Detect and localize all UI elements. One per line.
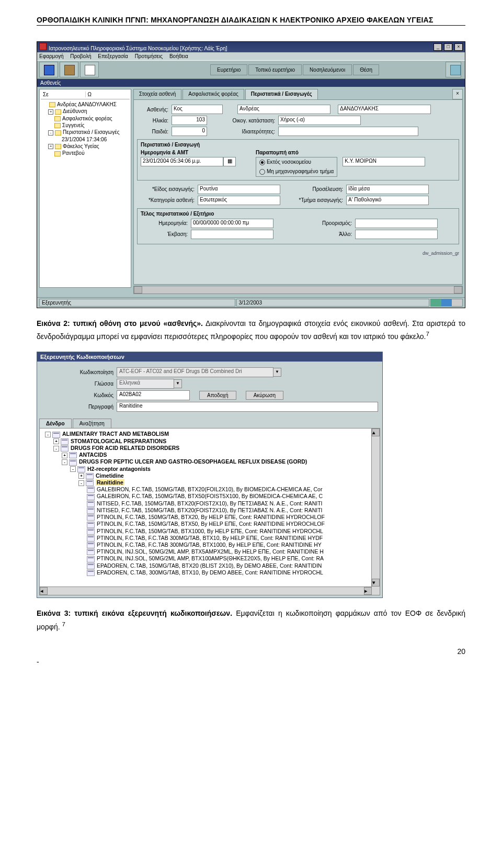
tab-incidents[interactable]: Περιστατικά / Εισαγωγές xyxy=(245,89,318,99)
input-other[interactable] xyxy=(355,230,438,239)
coding-tree-node[interactable]: +STOMATOLOGICAL PREPARATIONS xyxy=(42,438,369,445)
input-language[interactable]: Ελληνικά xyxy=(117,379,174,389)
date-picker-button[interactable]: ▦ xyxy=(223,157,236,166)
group-discharge: Τέλος περιστατικού / Εξιτήριο Ημερομηνία… xyxy=(137,208,459,244)
dropdown-language[interactable]: ▼ xyxy=(174,379,182,388)
cancel-button[interactable]: Ακύρωση xyxy=(246,391,283,400)
radio-outside[interactable]: Εκτός νοσοκομείου xyxy=(259,159,334,165)
toolbar-tab-3[interactable]: Νοσηλευόμενοι xyxy=(303,64,352,75)
input-age[interactable]: 103 xyxy=(172,116,207,125)
coding-tree-node[interactable]: PTINOLIN, F.C.TAB, F.C.TAB 300MG/TAB, BT… xyxy=(42,542,369,548)
input-coding[interactable]: ATC-EOF - ATC02 and EOF Drugs DB Combine… xyxy=(117,367,273,377)
tree-node[interactable]: Ραντεβού xyxy=(41,150,130,156)
minimize-button[interactable]: _ xyxy=(433,43,442,51)
tree-node[interactable]: +Διεύθυνση xyxy=(41,108,130,115)
status-icon-2 xyxy=(441,299,452,306)
label-code: Κωδικός xyxy=(73,392,117,398)
coding-tree-node[interactable]: PTINOLIN, F.C.TAB, 150MG/TAB, BTX50, By … xyxy=(42,521,369,527)
input-description[interactable]: Ranitidine xyxy=(117,402,378,412)
coding-tree-node[interactable]: PTINOLIN, INJ.SOL, 50MG/2ML AMP, BTX5AMP… xyxy=(42,548,369,555)
toolbar-button-2[interactable] xyxy=(60,62,78,77)
close-button[interactable]: × xyxy=(454,43,463,51)
horizontal-scrollbar[interactable] xyxy=(133,286,463,294)
coding-tree-node[interactable]: EPADOREN, C.TAB, 150MG/TAB, BTX20 (BLIST… xyxy=(42,562,369,569)
tab-tree[interactable]: Δένδρο xyxy=(39,419,72,428)
toolbar-button-right[interactable] xyxy=(446,62,461,77)
page-number: 20 xyxy=(37,647,465,656)
label-referral: Παραπομπή από xyxy=(256,150,455,155)
status-left: Εξερευνητής xyxy=(39,299,235,307)
coding-tree[interactable]: -ALIMENTARY TRACT AND METABOLISM+STOMATO… xyxy=(39,428,380,595)
input-special[interactable] xyxy=(278,127,418,136)
menu-help[interactable]: Βοήθεια xyxy=(169,53,188,59)
coding-tree-node[interactable]: PTINOLIN, F.C.TAB, 150MG/TAB, BTX20, By … xyxy=(42,514,369,521)
input-patient-category[interactable]: Εσωτερικός xyxy=(198,196,280,205)
menu-bar: Εφαρμογή Προβολή Επεξεργασία Προτιμήσεις… xyxy=(37,52,465,60)
form-panel: Ασθενής: Κος Ανδρέας ΔΑΝΔΟΥΛΑΚΗΣ Ηλικία:… xyxy=(133,99,463,285)
menu-prefs[interactable]: Προτιμήσεις xyxy=(135,53,163,59)
input-admission-type[interactable]: Ρουτίνα xyxy=(198,185,280,194)
menu-edit[interactable]: Επεξεργασία xyxy=(98,53,128,59)
coding-tree-node[interactable]: -H2-receptor antagonists xyxy=(42,466,369,472)
window-title: Ιατρονοσηλευτικό Πληροφοριακό Σύστημα Νο… xyxy=(49,46,227,51)
tree-node[interactable]: Ασφαλιστικός φορέας xyxy=(41,115,130,122)
patient-tree[interactable]: Σε Ω Ανδρέας ΔΑΝΔΟΥΛΑΚΗΣ+ΔιεύθυνσηΑσφαλι… xyxy=(39,89,131,288)
input-arrival[interactable]: Ιδία μέσα xyxy=(346,185,429,194)
coding-tree-node[interactable]: -Ranitidine xyxy=(42,479,369,486)
tree-node[interactable]: Συγγενείς xyxy=(41,122,130,129)
input-title[interactable]: Κος xyxy=(172,105,223,114)
footer-dash: - xyxy=(37,658,465,666)
coding-tree-node[interactable]: -DRUGS FOR PEPTIC ULCER AND GASTRO-OESOP… xyxy=(42,458,369,465)
menu-app[interactable]: Εφαρμογή xyxy=(39,53,64,59)
coding-tree-node[interactable]: +Cimetidine xyxy=(42,472,369,479)
screenshot-1: Ιατρονοσηλευτικό Πληροφοριακό Σύστημα Νο… xyxy=(37,41,465,308)
input-incident-date[interactable]: 23/01/2004 05:34:06 μ.μ. xyxy=(141,157,223,166)
input-outcome[interactable] xyxy=(191,230,273,239)
tab-search[interactable]: Αναζήτηση xyxy=(73,419,111,428)
coding-tree-node[interactable]: -ALIMENTARY TRACT AND METABOLISM xyxy=(42,431,369,437)
tree-node[interactable]: Ανδρέας ΔΑΝΔΟΥΛΑΚΗΣ xyxy=(41,101,130,108)
input-kids[interactable]: 0 xyxy=(172,127,207,136)
tab-patient-data[interactable]: Στοιχεία ασθενή xyxy=(133,89,181,99)
horizontal-scrollbar-2[interactable]: ◂▸ xyxy=(40,587,372,595)
label-outcome: Έκβαση: xyxy=(141,231,191,237)
tab-insurance[interactable]: Ασφαλιστικός φορέας xyxy=(182,89,244,99)
coding-tree-node[interactable]: GALEBIRON, F.C.TAB, 150MG/TAB, BTX20(FOI… xyxy=(42,486,369,493)
toolbar-tab-2[interactable]: Τοπικό ευρετήριο xyxy=(248,64,302,75)
toolbar-tab-1[interactable]: Ευρετήριο xyxy=(210,64,247,75)
coding-tree-node[interactable]: PTINOLIN, INJ.SOL, 50MG/2ML AMP, BTX100A… xyxy=(42,555,369,562)
accept-button[interactable]: Αποδοχή xyxy=(199,391,236,400)
label-destination: Προορισμός: xyxy=(305,220,355,226)
maximize-button[interactable]: □ xyxy=(444,43,452,51)
coding-tree-node[interactable]: NITISED, F.C.TAB, 150MG/TAB, BTX20(FOIST… xyxy=(42,500,369,507)
input-lastname[interactable]: ΔΑΝΔΟΥΛΑΚΗΣ xyxy=(338,105,431,114)
coding-tree-node[interactable]: NITISED, F.C.TAB, 150MG/TAB, BTX20(FOIST… xyxy=(42,507,369,514)
label-special: Ιδιαιτερότητες: xyxy=(218,129,278,134)
input-firstname[interactable]: Ανδρέας xyxy=(237,105,330,114)
vertical-scrollbar[interactable]: ▴▾ xyxy=(371,429,380,595)
coding-tree-node[interactable]: PTINOLIN, F.C.TAB, F.C.TAB 300MG/TAB, BT… xyxy=(42,535,369,542)
input-destination[interactable] xyxy=(355,219,438,228)
coding-tree-node[interactable]: GALEBIRON, F.C.TAB, 150MG/TAB, BTX50(FOI… xyxy=(42,493,369,500)
radio-nondigital[interactable]: Μη μηχανογραφημένο τμήμα xyxy=(259,168,334,175)
tree-node[interactable]: 23/1/2004 17:34:06 xyxy=(41,136,130,143)
input-discharge-date[interactable]: 00/00/0000 00:00:00 πμ xyxy=(191,219,273,228)
coding-tree-node[interactable]: PTINOLIN, F.C.TAB, 150MG/TAB, BTX1000, B… xyxy=(42,528,369,535)
tree-node[interactable]: +Φάκελος Υγείας xyxy=(41,143,130,150)
toolbar-button-1[interactable] xyxy=(39,62,58,77)
tab-close-button[interactable]: × xyxy=(452,89,463,99)
label-language: Γλώσσα xyxy=(73,381,117,387)
coding-tree-node[interactable]: EPADOREN, C.TAB, 300MG/TAB, BTX10, By DE… xyxy=(42,569,369,576)
toolbar-button-3[interactable] xyxy=(80,62,99,77)
menu-view[interactable]: Προβολή xyxy=(70,53,91,59)
label-patient: Ασθενής: xyxy=(137,107,172,112)
coding-tree-node[interactable]: -DRUGS FOR ACID RELATED DISORDERS xyxy=(42,445,369,452)
toolbar-tab-4[interactable]: Θέση xyxy=(353,64,379,75)
input-code[interactable]: A02BA02 xyxy=(117,390,190,400)
input-referral-value[interactable]: Κ.Υ. ΜΟΙΡΩΝ xyxy=(343,157,425,166)
input-admission-dept[interactable]: Α' Παθολογικό xyxy=(346,196,429,205)
coding-tree-node[interactable]: +ANTACIDS xyxy=(42,452,369,458)
tree-node[interactable]: -Περιστατικά / Εισαγωγές xyxy=(41,129,130,136)
input-family[interactable]: Χήρος (-α) xyxy=(278,116,361,125)
dropdown-coding[interactable]: ▼ xyxy=(273,368,281,377)
